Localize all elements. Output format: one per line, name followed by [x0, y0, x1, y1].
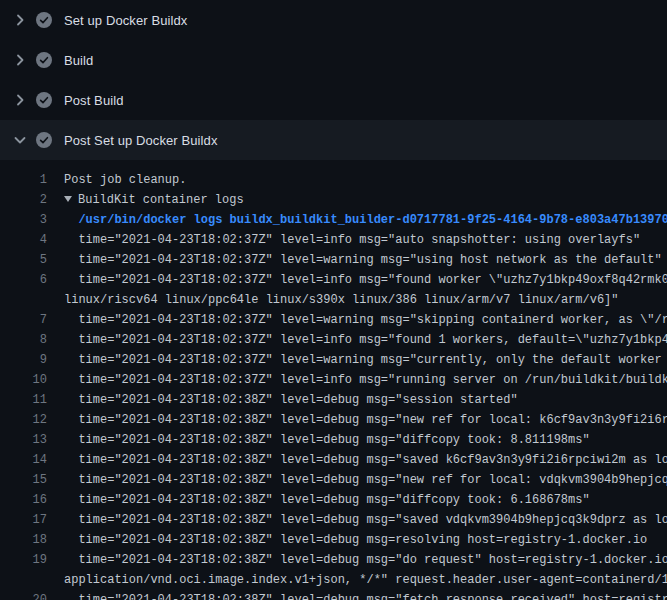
chevron-right-icon: [12, 52, 28, 68]
chevron-down-icon: [12, 132, 28, 148]
log-line-text: time="2021-04-23T18:02:37Z" level=warnin…: [64, 310, 667, 330]
chevron-right-icon: [12, 12, 28, 28]
log-line-number[interactable]: 6: [0, 270, 47, 290]
log-line-number[interactable]: 13: [0, 430, 47, 450]
log-line: 11 time="2021-04-23T18:02:38Z" level=deb…: [0, 390, 667, 410]
log-line-number[interactable]: 20: [0, 590, 47, 600]
log-line-number[interactable]: 16: [0, 490, 47, 510]
log-line-text: time="2021-04-23T18:02:38Z" level=debug …: [64, 530, 647, 550]
log-line-number[interactable]: 19: [0, 550, 47, 570]
log-line-text: time="2021-04-23T18:02:38Z" level=debug …: [64, 450, 667, 470]
step-row-set-up-docker-buildx[interactable]: Set up Docker Buildx: [0, 0, 667, 40]
log-line-text: time="2021-04-23T18:02:38Z" level=debug …: [64, 490, 590, 510]
log-line-text: /usr/bin/docker logs buildx_buildkit_bui…: [64, 210, 667, 230]
log-area: 1 Post job cleanup. 2 BuildKit container…: [0, 160, 667, 600]
log-line: 15 time="2021-04-23T18:02:38Z" level=deb…: [0, 470, 667, 490]
log-line: linux/riscv64 linux/ppc64le linux/s390x …: [0, 290, 667, 310]
log-line: 9 time="2021-04-23T18:02:37Z" level=warn…: [0, 350, 667, 370]
log-group-title: BuildKit container logs: [78, 193, 244, 207]
log-line-text: time="2021-04-23T18:02:38Z" level=debug …: [64, 470, 667, 490]
steps-list: Set up Docker Buildx Build Post Build Po…: [0, 0, 667, 160]
log-line-text: Post job cleanup.: [64, 170, 186, 190]
log-line: 16 time="2021-04-23T18:02:38Z" level=deb…: [0, 490, 667, 510]
log-line: 19 time="2021-04-23T18:02:38Z" level=deb…: [0, 550, 667, 570]
log-line-number[interactable]: 18: [0, 530, 47, 550]
log-line-text: time="2021-04-23T18:02:37Z" level=info m…: [64, 230, 640, 250]
step-label: Post Build: [64, 93, 124, 108]
log-line: 2 BuildKit container logs: [0, 190, 667, 210]
log-line-text: time="2021-04-23T18:02:38Z" level=debug …: [64, 410, 667, 430]
log-line: 8 time="2021-04-23T18:02:37Z" level=info…: [0, 330, 667, 350]
log-line-number[interactable]: [0, 290, 47, 310]
log-line-number[interactable]: 9: [0, 350, 47, 370]
log-line: application/vnd.oci.image.index.v1+json,…: [0, 570, 667, 590]
log-line-number[interactable]: 10: [0, 370, 47, 390]
log-line-text: time="2021-04-23T18:02:38Z" level=debug …: [64, 390, 518, 410]
log-line-text: time="2021-04-23T18:02:37Z" level=info m…: [64, 270, 667, 290]
log-line: 20 time="2021-04-23T18:02:38Z" level=deb…: [0, 590, 667, 600]
log-line-text: time="2021-04-23T18:02:37Z" level=info m…: [64, 370, 667, 390]
log-line-text: time="2021-04-23T18:02:38Z" level=debug …: [64, 430, 590, 450]
log-line: 13 time="2021-04-23T18:02:38Z" level=deb…: [0, 430, 667, 450]
log-line-number[interactable]: 2: [0, 190, 47, 210]
workflow-log-viewer: Set up Docker Buildx Build Post Build Po…: [0, 0, 667, 600]
log-line-text: time="2021-04-23T18:02:38Z" level=debug …: [64, 510, 667, 530]
log-line-number[interactable]: 11: [0, 390, 47, 410]
log-line-number[interactable]: 7: [0, 310, 47, 330]
log-line-number[interactable]: 17: [0, 510, 47, 530]
log-line: 17 time="2021-04-23T18:02:38Z" level=deb…: [0, 510, 667, 530]
log-line-number[interactable]: 12: [0, 410, 47, 430]
step-row-build[interactable]: Build: [0, 40, 667, 80]
log-line: 6 time="2021-04-23T18:02:37Z" level=info…: [0, 270, 667, 290]
log-line-number[interactable]: 15: [0, 470, 47, 490]
log-line-number[interactable]: 8: [0, 330, 47, 350]
log-line: 4 time="2021-04-23T18:02:37Z" level=info…: [0, 230, 667, 250]
log-line: 14 time="2021-04-23T18:02:38Z" level=deb…: [0, 450, 667, 470]
step-label: Post Set up Docker Buildx: [64, 133, 218, 148]
log-line-text: time="2021-04-23T18:02:38Z" level=debug …: [64, 590, 667, 600]
check-circle-icon: [36, 52, 52, 68]
log-line-text: time="2021-04-23T18:02:37Z" level=warnin…: [64, 250, 662, 270]
log-line-text: application/vnd.oci.image.index.v1+json,…: [64, 570, 667, 590]
log-line-text: time="2021-04-23T18:02:37Z" level=warnin…: [64, 350, 667, 370]
log-line-number[interactable]: 3: [0, 210, 47, 230]
check-circle-icon: [36, 12, 52, 28]
log-line: 3 /usr/bin/docker logs buildx_buildkit_b…: [0, 210, 667, 230]
log-line: 5 time="2021-04-23T18:02:37Z" level=warn…: [0, 250, 667, 270]
log-line: 18 time="2021-04-23T18:02:38Z" level=deb…: [0, 530, 667, 550]
check-circle-icon: [36, 132, 52, 148]
chevron-right-icon: [12, 92, 28, 108]
step-row-post-set-up-docker-buildx[interactable]: Post Set up Docker Buildx: [0, 120, 667, 160]
log-line: 1 Post job cleanup.: [0, 170, 667, 190]
step-label: Set up Docker Buildx: [64, 13, 187, 28]
log-line: 12 time="2021-04-23T18:02:38Z" level=deb…: [0, 410, 667, 430]
log-line: 7 time="2021-04-23T18:02:37Z" level=warn…: [0, 310, 667, 330]
log-line-text: time="2021-04-23T18:02:38Z" level=debug …: [64, 550, 667, 570]
triangle-down-icon[interactable]: [64, 190, 78, 210]
log-line: 10 time="2021-04-23T18:02:37Z" level=inf…: [0, 370, 667, 390]
log-line-number[interactable]: [0, 570, 47, 590]
log-line-number[interactable]: 5: [0, 250, 47, 270]
log-group-header[interactable]: BuildKit container logs: [64, 190, 244, 210]
step-row-post-build[interactable]: Post Build: [0, 80, 667, 120]
step-label: Build: [64, 53, 93, 68]
check-circle-icon: [36, 92, 52, 108]
log-line-text: linux/riscv64 linux/ppc64le linux/s390x …: [64, 290, 619, 310]
log-line-number[interactable]: 14: [0, 450, 47, 470]
log-line-text: time="2021-04-23T18:02:37Z" level=info m…: [64, 330, 667, 350]
log-line-number[interactable]: 4: [0, 230, 47, 250]
log-line-number[interactable]: 1: [0, 170, 47, 190]
